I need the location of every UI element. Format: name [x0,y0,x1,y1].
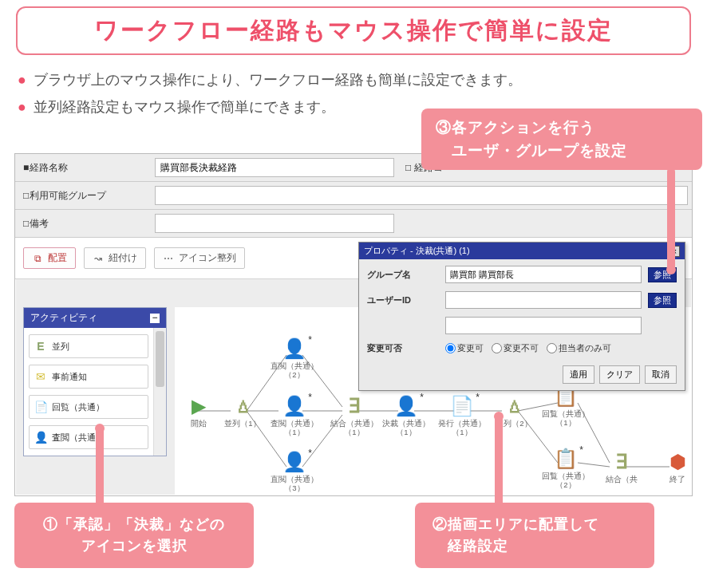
person-icon: 👤 [382,397,430,416]
callout-2: ②描画エリアに配置して 経路設定 [415,503,654,568]
place-icon: ⧉ [32,253,43,264]
route-name-label: 経路名称 [15,154,151,181]
radio-not-changeable[interactable]: 変更不可 [492,343,539,354]
place-button[interactable]: ⧉ 配置 [23,247,76,269]
node-review-2[interactable]: * 👤 直閲（共通）（2） [271,339,318,380]
prop-group-input[interactable] [445,266,642,283]
activity-item-circulate[interactable]: 📄 回覧（共通） [29,395,148,419]
person-icon: 👤 [271,397,318,416]
node-decide[interactable]: * 👤 決裁（共通）（1） [382,397,430,437]
clear-button[interactable]: クリア [599,365,640,384]
group-input[interactable] [155,186,688,205]
start-icon: ▶ [175,397,223,416]
align-icon: ⋯ [163,253,174,264]
doc-check-icon: 📋 [542,449,590,468]
property-dialog-title: プロパティ - 決裁(共通) (1) [364,245,470,257]
panel-minimize-icon[interactable]: − [150,314,160,323]
person-icon: 👤 [271,452,318,472]
property-dialog[interactable]: プロパティ - 決裁(共通) (1) × グループ名 参照 ユーザーID 参照 … [358,242,685,391]
activity-panel: アクティビティ − E 並列 ✉ 事前通知 📄 回覧（共通） 👤 [23,307,167,456]
callout-3: ③各アクションを行う ユーザ・グループを設定 [421,109,702,170]
cancel-button[interactable]: 取消 [645,365,677,384]
ref-button-user[interactable]: 参照 [648,293,677,308]
radio-changeable[interactable]: 変更可 [445,343,484,354]
prop-row-group: グループ名 参照 [367,266,677,283]
activity-list: E 並列 ✉ 事前通知 📄 回覧（共通） 👤 査閲（共通） [24,328,153,456]
link-icon: ↝ [93,253,104,264]
node-circ-1[interactable]: * 📋 回覧（共通）（1） [542,387,590,428]
group-label: 利用可能グループ [15,182,151,209]
prop-row-user: ユーザーID 参照 [367,291,677,309]
join-icon: Ǝ [598,452,646,472]
activity-scrollbar[interactable] [153,328,166,456]
row-remarks: 備考 [15,210,692,238]
end-icon: ⬢ [654,452,701,472]
node-parallel-1[interactable]: 𐊅 並列（1） [219,397,267,428]
join-icon: Ǝ [330,397,378,416]
activity-panel-title: アクティビティ [30,311,97,325]
node-issue[interactable]: * 📄 発行（共通）（1） [438,397,486,437]
document-icon: 📄 [34,401,47,413]
document-icon: 📄 [438,397,486,416]
property-dialog-header[interactable]: プロパティ - 決裁(共通) (1) × [359,243,685,259]
person-icon: 👤 [34,431,47,444]
activity-item-parallel[interactable]: E 並列 [29,334,148,358]
callout-1: ①「承認」「決裁」などのアイコンを選択 [14,503,254,568]
row-group: 利用可能グループ [15,182,692,210]
person-icon: 👤 [271,339,318,358]
align-button[interactable]: ⋯ アイコン整列 [154,247,245,269]
link-button[interactable]: ↝ 紐付け [84,247,146,269]
workflow-editor-window: 経路名称 経路コ 利用可能グループ 備考 ⧉ 配置 ↝ 紐付け ⋯ アイコン整列… [14,153,693,496]
scrollbar-thumb[interactable] [156,331,164,387]
mail-icon: ✉ [34,370,47,383]
prop-user-input[interactable] [445,291,642,309]
node-join-2[interactable]: Ǝ 結合（共 [598,452,646,483]
node-circ-2[interactable]: * 📋 回覧（共通）（2） [542,449,590,490]
callout-1-stem [96,427,104,507]
prop-user-label: ユーザーID [367,294,439,306]
activity-item-prenotify[interactable]: ✉ 事前通知 [29,365,148,389]
remarks-input[interactable] [155,214,394,233]
activity-item-review[interactable]: 👤 査閲（共通） [29,425,148,449]
page-title: ワークフロー経路もマウス操作で簡単に設定 [16,6,691,55]
node-start[interactable]: ▶ 開始 [175,397,223,428]
route-name-input[interactable] [155,158,394,177]
remarks-label: 備考 [15,210,151,237]
node-review-3[interactable]: * 👤 直閲（共通）（3） [271,452,318,493]
split-icon: 𐊅 [219,397,267,416]
activity-panel-header[interactable]: アクティビティ − [24,308,166,328]
bullet-1: ブラウザ上のマウス操作により、ワークフロー経路も簡単に設定できます。 [18,66,689,93]
parallel-icon: E [34,340,47,353]
prop-row-change: 変更可否 変更可 変更不可 担当者のみ可 [367,342,677,354]
apply-button[interactable]: 適用 [563,365,594,384]
callout-2-stem [495,415,503,507]
prop-row-user2 [367,317,677,334]
prop-group-label: グループ名 [367,269,439,281]
node-end[interactable]: ⬢ 終了 [654,452,701,483]
prop-change-label: 変更可否 [367,342,439,354]
node-join[interactable]: Ǝ 結合（共通）（1） [330,397,378,437]
node-review-1[interactable]: * 👤 査閲（共通）（1） [271,397,318,437]
callout-3-stem [667,168,675,271]
prop-user-input-2[interactable] [445,317,642,334]
radio-assignee-only[interactable]: 担当者のみ可 [547,343,611,354]
